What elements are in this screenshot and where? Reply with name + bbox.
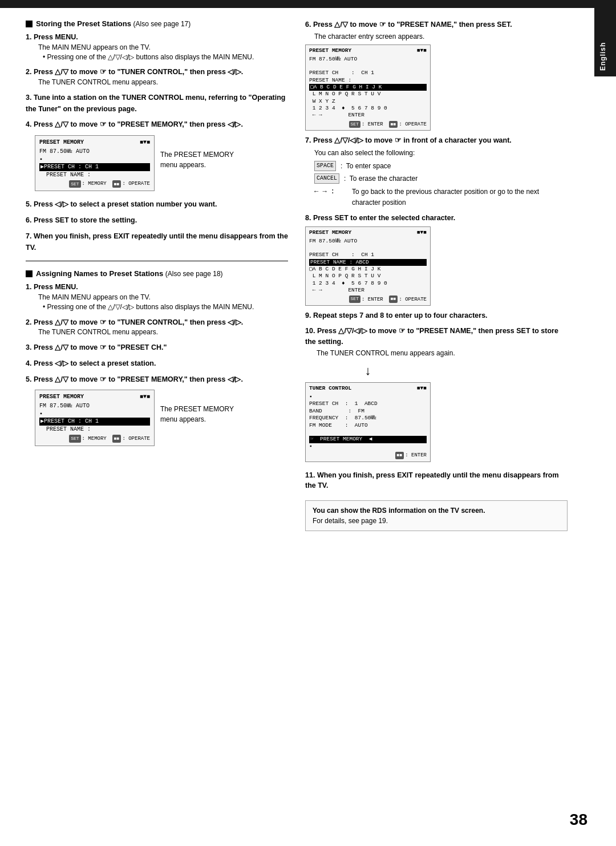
screen-char-selected: PRESET MEMORY ■▼■ FM 87.50㎒ AUTO PRESET …	[305, 226, 431, 306]
s2-step1: 1. Press MENU. The MAIN MENU appears on …	[26, 281, 288, 311]
english-tab: English	[594, 8, 616, 76]
right-column: 6. Press △/▽ to move ☞ to "PRESET NAME,"…	[305, 19, 568, 531]
top-bar	[0, 0, 616, 8]
r-step10: 10. Press △/▽/◁/▷ to move ☞ to "PRESET N…	[305, 326, 568, 464]
screen-preset-memory-2: PRESET MEMORY ■▼■ FM 87.50㎒ AUTO ▪ ▶PRES…	[35, 390, 155, 446]
section1-title: Storing the Preset Stations (Also see pa…	[36, 19, 191, 28]
symbol-table: SPACE : To enter space CANCEL : To erase…	[314, 161, 568, 208]
section1-icon	[26, 21, 33, 27]
s2-step5: 5. Press △/▽ to move ☞ to "PRESET MEMORY…	[26, 374, 288, 449]
step2: 2. Press △/▽ to move ☞ to "TUNER CONTROL…	[26, 66, 288, 87]
step5: 5. Press ◁/▷ to select a preset station …	[26, 199, 288, 210]
section2-header: Assigning Names to Preset Stations (Also…	[26, 269, 288, 278]
step7-left: 7. When you finish, press EXIT repeatedl…	[26, 230, 288, 253]
r-step7: 7. Press △/▽/◁/▷ to move ☞ in front of a…	[305, 135, 568, 208]
screen-char-entry: PRESET MEMORY ■▼■ FM 87.50㎒ AUTO PRESET …	[305, 44, 431, 131]
left-column: Storing the Preset Stations (Also see pa…	[26, 19, 288, 531]
main-content: Storing the Preset Stations (Also see pa…	[0, 8, 616, 543]
step4-sub2: menu appears.	[160, 160, 234, 170]
r-step8: 8. Press SET to enter the selected chara…	[305, 213, 568, 306]
step1-bullet: • Pressing one of the △/▽/◁/▷ buttons al…	[43, 52, 288, 62]
section2-icon	[26, 270, 33, 277]
two-column-layout: Storing the Preset Stations (Also see pa…	[26, 19, 582, 531]
s2-step2: 2. Press △/▽ to move ☞ to "TUNER CONTROL…	[26, 317, 288, 338]
step1-num: 1.	[26, 33, 31, 41]
step2-sub: The TUNER CONTROL menu appears.	[38, 78, 288, 87]
page-number: 38	[570, 811, 587, 829]
step4: 4. Press △/▽ to move ☞ to "PRESET MEMORY…	[26, 119, 288, 194]
step3: 3. Tune into a station on the TUNER CONT…	[26, 92, 288, 115]
r-step11: 11. When you finish, press EXIT repeated…	[305, 470, 568, 492]
r-step9: 9. Repeat steps 7 and 8 to enter up to f…	[305, 310, 568, 321]
section-divider	[26, 261, 288, 261]
s2-step5-sub1: The PRESET MEMORY	[160, 404, 234, 414]
r-step6: 6. Press △/▽ to move ☞ to "PRESET NAME,"…	[305, 19, 568, 131]
screen-tuner-control: TUNER CONTROL ■▼■ ▪ PRESET CH : 1 ABCD B…	[305, 382, 431, 462]
step1-sub1: The MAIN MENU appears on the TV.	[38, 43, 288, 52]
cancel-symbol: CANCEL	[314, 173, 339, 184]
space-symbol: SPACE	[314, 161, 336, 171]
step6-left: 6. Press SET to store the setting.	[26, 214, 288, 226]
step1-main: Press MENU.	[34, 33, 78, 41]
notes-box: You can show the RDS information on the …	[305, 500, 568, 531]
s2-step4: 4. Press ◁/▷ to select a preset station.	[26, 358, 288, 369]
section1-header: Storing the Preset Stations (Also see pa…	[26, 19, 288, 28]
page-container: English Storing the Preset Stations (Als…	[0, 0, 616, 846]
section2-title: Assigning Names to Preset Stations (Also…	[36, 269, 223, 278]
s2-step3: 3. Press △/▽ to move ☞ to "PRESET CH."	[26, 342, 288, 353]
step4-sub1: The PRESET MEMORY	[160, 149, 234, 160]
s2-step5-sub2: menu appears.	[160, 414, 234, 424]
screen-preset-memory-1: PRESET MEMORY ■▼■ FM 87.50㎒ AUTO ▪ ▶PRES…	[35, 135, 155, 191]
notes-normal: For details, see page 19.	[313, 516, 560, 526]
step1: 1. Press MENU. The MAIN MENU appears on …	[26, 31, 288, 62]
notes-bold: You can show the RDS information on the …	[313, 505, 560, 516]
